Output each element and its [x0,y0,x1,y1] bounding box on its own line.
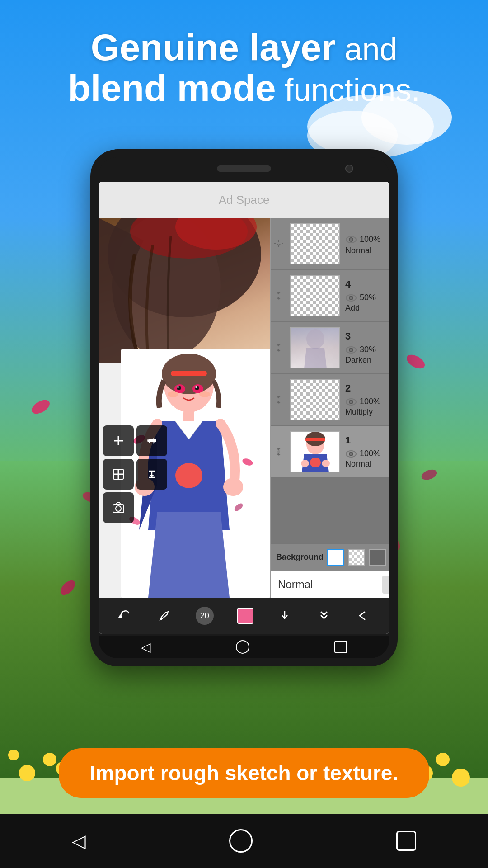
svg-point-59 [349,348,353,352]
layer-move-handle[interactable] [271,218,286,269]
visibility-icon[interactable] [345,450,357,458]
layer-blend-mode: Multiply [345,407,389,417]
system-recent-button[interactable] [396,831,416,851]
svg-point-53 [277,294,280,297]
layer-blend-mode: Add [345,303,389,313]
layer-number: 2 [345,382,389,394]
svg-point-5 [8,750,19,760]
svg-point-52 [349,238,353,241]
svg-point-72 [349,452,353,456]
nav-back-button[interactable]: ◁ [141,640,151,655]
system-home-button[interactable] [229,829,253,853]
header-line1: Genuine layer and [27,27,461,68]
svg-point-70 [322,460,330,467]
svg-point-3 [19,765,35,781]
svg-rect-67 [305,438,325,441]
ad-space-bar: Ad Space [99,182,389,218]
header-normal-2: functions. [276,72,420,108]
layer-item[interactable]: 2 100% Multiply [271,374,389,426]
phone-notch [99,157,389,180]
blend-mode-label: Normal [278,578,379,591]
orange-banner: Import rough sketch or texture. [59,748,429,798]
nav-recent-button[interactable] [334,641,347,653]
svg-point-30 [177,386,181,390]
layer-info: 4 50% Add [343,270,389,321]
header-bold-1: Genuine layer [91,27,336,68]
svg-point-33 [195,386,197,388]
flip-layer-button[interactable] [136,425,167,456]
layer-item[interactable]: 100% Normal [271,218,389,270]
add-group-button[interactable] [103,459,134,490]
layer-info: 1 100% Normal [343,426,389,477]
layer-thumbnail [290,431,340,472]
header-normal-1: and [336,32,397,67]
blend-scroll-up[interactable]: ▲ [382,576,389,594]
header-line2: blend mode functions. [27,68,461,108]
svg-point-50 [116,506,121,511]
header-section: Genuine layer and blend mode functions. [0,27,488,108]
layer-item[interactable]: 4 50% Add [271,270,389,322]
svg-point-13 [29,397,52,417]
visibility-icon[interactable] [345,398,357,406]
layer-actions-panel [103,425,167,523]
layer-number: 3 [345,330,389,342]
bg-swatch-checker[interactable] [348,549,365,566]
layer-opacity-value: 50% [360,293,376,302]
system-back-button[interactable]: ◁ [72,830,86,851]
visibility-icon[interactable] [345,346,357,354]
layer-info: 100% Normal [343,218,389,269]
bottom-controls: 20 [99,598,389,634]
background-label: Background [276,552,324,562]
layer-move-handle[interactable] [271,426,286,477]
brush-size-badge[interactable]: 20 [196,607,214,625]
orange-banner-text: Import rough sketch or texture. [90,761,398,785]
undo-button[interactable] [117,608,133,623]
layer-opacity-blend: 50% [345,293,389,302]
layer-number: 1 [345,434,389,446]
layer-number: 4 [345,278,389,290]
svg-point-57 [306,329,324,349]
phone-camera [345,165,353,173]
layer-item[interactable]: 1 100% Normal [271,426,389,478]
layer-opacity-blend: 100% [345,449,389,458]
svg-point-38 [223,478,243,496]
svg-point-35 [199,391,210,397]
layer-thumbnail [290,379,340,420]
phone-speaker [217,165,271,172]
merge-layer-button[interactable] [136,459,167,490]
svg-point-62 [349,400,353,404]
layer-blend-mode: Darken [345,355,389,365]
artwork-top [99,218,270,363]
bg-swatch-white[interactable] [327,549,344,566]
phone-nav-bar: ◁ [99,636,389,658]
layer-move-handle[interactable] [271,270,286,321]
layer-item[interactable]: 3 30% Darken [271,322,389,374]
camera-button[interactable] [103,492,134,523]
layer-opacity-value: 100% [360,397,380,406]
layer-move-handle[interactable] [271,322,286,373]
layer-opacity-value: 100% [360,449,380,458]
nav-home-button[interactable] [236,640,249,654]
layer-thumbnail [290,327,340,368]
layer-opacity-blend: 100% [345,397,389,406]
canvas-area[interactable] [99,218,270,598]
layer-opacity-blend: 100% [345,235,389,244]
svg-point-17 [420,467,439,481]
visibility-icon[interactable] [345,294,357,302]
layer-panel: 100% Normal 4 [270,218,389,598]
svg-point-34 [168,391,178,397]
svg-point-80 [160,618,162,620]
system-nav-bar: ◁ [0,814,488,868]
color-swatch[interactable] [237,608,253,624]
download-button[interactable] [277,608,292,623]
brush-tool-button[interactable] [156,608,172,623]
back-button[interactable] [355,608,371,623]
visibility-icon[interactable] [345,236,357,244]
add-layer-button[interactable] [103,425,134,456]
layer-blend-mode: Normal [345,246,389,255]
bg-swatch-dark[interactable] [369,549,386,566]
layer-move-handle[interactable] [271,374,286,425]
svg-point-56 [277,346,280,349]
svg-point-63 [277,450,280,453]
double-down-button[interactable] [316,608,332,623]
